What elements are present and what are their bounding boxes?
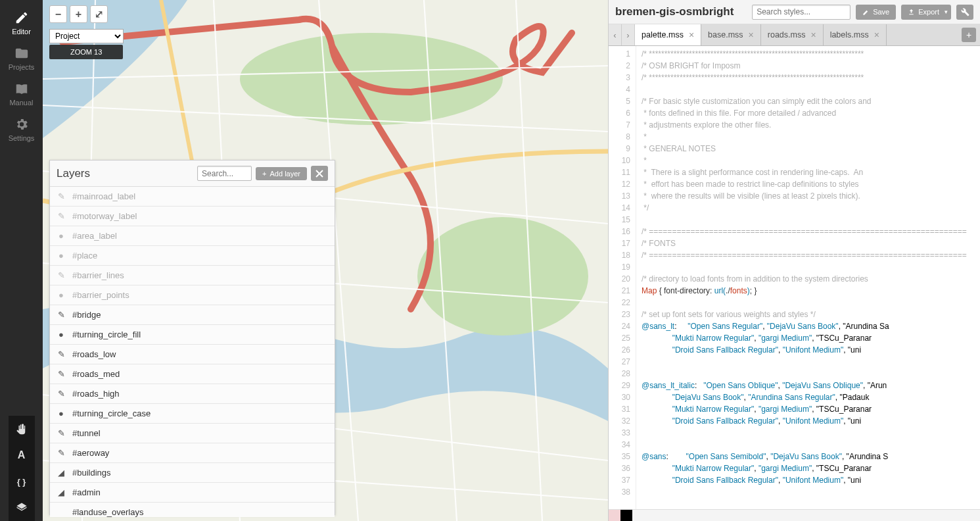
book-icon <box>14 82 29 96</box>
fullscreen-button[interactable]: ⤢ <box>90 5 108 23</box>
tab-roads-mss[interactable]: roads.mss× <box>761 24 824 45</box>
layer-name: #barrier_lines <box>72 270 124 280</box>
sidebar-item-settings[interactable]: Settings <box>0 112 43 147</box>
close-layers-button[interactable] <box>311 166 328 181</box>
close-icon[interactable]: × <box>689 30 694 40</box>
sidebar-label: Editor <box>12 28 31 36</box>
settings-wrench-button[interactable] <box>956 5 973 20</box>
export-button[interactable]: Export <box>901 5 951 20</box>
hand-icon <box>16 423 28 435</box>
project-select[interactable]: Project <box>49 29 124 43</box>
layer-name: #area_label <box>72 231 117 241</box>
tool-layers[interactable] <box>9 495 35 521</box>
layer-row[interactable]: ◢#buildings <box>50 463 335 483</box>
sidebar-label: Settings <box>9 134 35 142</box>
sidebar-item-editor[interactable]: Editor <box>0 5 43 41</box>
layer-name: #aeroway <box>72 448 109 458</box>
layers-list[interactable]: ✎#mainroad_label✎#motorway_label●#area_l… <box>50 187 335 517</box>
layer-row[interactable]: ◢#admin <box>50 483 335 503</box>
layer-name: #mainroad_label <box>72 191 135 201</box>
editor-pane: bremen-gis-osmbright Save Export ‹ › pal… <box>608 0 980 521</box>
add-layer-label: Add layer <box>270 170 300 178</box>
layer-name: #turning_circle_case <box>72 409 151 418</box>
topbar: bremen-gis-osmbright Save Export <box>609 0 980 24</box>
layer-icon: ✎ <box>55 369 67 379</box>
layer-row[interactable]: ●#barrier_points <box>50 285 335 305</box>
layer-row[interactable]: ✎#bridge <box>50 305 335 325</box>
layer-row[interactable]: ✎#roads_med <box>50 364 335 384</box>
layer-row[interactable]: ✎#aeroway <box>50 443 335 463</box>
app-sidebar: Editor Projects Manual Settings A { } <box>0 0 43 521</box>
layer-row[interactable]: ✎#mainroad_label <box>50 187 335 207</box>
color-swatch[interactable] <box>620 510 632 521</box>
zoom-in-button[interactable]: + <box>70 5 87 23</box>
layer-icon: ● <box>55 290 67 300</box>
layer-icon: ◢ <box>55 487 67 497</box>
layer-name: #roads_low <box>72 349 116 359</box>
tab-base-mss[interactable]: base.mss× <box>701 24 761 45</box>
styles-search-input[interactable] <box>752 5 851 20</box>
layer-row[interactable]: ✎#tunnel <box>50 424 335 443</box>
layer-icon: ✎ <box>55 389 67 399</box>
tab-label: labels.mss <box>830 30 869 39</box>
layer-row[interactable]: ✎#motorway_label <box>50 207 335 226</box>
svg-point-2 <box>417 217 588 335</box>
line-gutter: 1234567891011121314151617181920212223242… <box>609 46 636 509</box>
tab-palette-mss[interactable]: palette.mss× <box>635 24 701 45</box>
sidebar-label: Projects <box>9 63 35 71</box>
layer-row[interactable]: ●#area_label <box>50 226 335 246</box>
layer-row[interactable]: ✎#roads_low <box>50 345 335 364</box>
tab-scroll-left[interactable]: ‹ <box>609 24 622 45</box>
layer-row[interactable]: ●#turning_circle_case <box>50 404 335 424</box>
tab-label: roads.mss <box>768 30 806 39</box>
layer-icon: ● <box>55 231 67 241</box>
close-icon[interactable]: × <box>874 30 879 40</box>
add-layer-button[interactable]: + Add layer <box>256 167 307 180</box>
map-canvas[interactable]: − + ⤢ Project ZOOM 13 Layers + Add layer… <box>43 0 608 521</box>
layer-row[interactable]: ✎#roads_high <box>50 384 335 404</box>
add-tab-button[interactable]: + <box>962 28 976 42</box>
layer-name: #landuse_overlays <box>72 507 143 517</box>
layer-name: #turning_circle_fill <box>72 330 141 339</box>
layer-icon: ✎ <box>55 349 67 359</box>
close-icon[interactable]: × <box>810 30 816 40</box>
layer-icon: ✎ <box>55 191 67 201</box>
pencil-icon <box>14 11 29 25</box>
save-button[interactable]: Save <box>856 5 896 20</box>
layer-row[interactable]: ✎#barrier_lines <box>50 266 335 285</box>
layer-icon: ● <box>55 251 67 260</box>
layer-name: #roads_med <box>72 369 120 379</box>
zoom-out-button[interactable]: − <box>49 5 67 23</box>
layer-icon: ✎ <box>55 270 67 280</box>
plus-icon: + <box>262 170 266 178</box>
color-swatch[interactable] <box>609 510 620 521</box>
layer-name: #tunnel <box>72 428 101 438</box>
tool-hand[interactable] <box>9 416 35 442</box>
layers-search-input[interactable] <box>197 166 252 181</box>
layer-icon: ◢ <box>55 468 67 478</box>
save-label: Save <box>873 8 889 16</box>
code-body[interactable]: /* *************************************… <box>636 46 980 509</box>
sidebar-item-manual[interactable]: Manual <box>0 76 43 112</box>
tool-font[interactable]: A <box>9 442 35 468</box>
tool-braces[interactable]: { } <box>9 468 35 495</box>
layer-icon: ✎ <box>55 448 67 458</box>
layer-icon: ● <box>55 409 67 418</box>
layer-icon: ✎ <box>55 211 67 221</box>
tab-bar: ‹ › palette.mss×base.mss×roads.mss×label… <box>609 24 980 46</box>
swatch-bar <box>609 509 980 521</box>
layer-name: #place <box>72 251 97 260</box>
code-editor[interactable]: 1234567891011121314151617181920212223242… <box>609 46 980 509</box>
layer-row[interactable]: #landuse_overlays <box>50 503 335 517</box>
layer-row[interactable]: ●#turning_circle_fill <box>50 325 335 345</box>
tab-scroll-right[interactable]: › <box>622 24 635 45</box>
layers-icon <box>16 502 28 514</box>
layer-name: #admin <box>72 487 101 497</box>
sidebar-item-projects[interactable]: Projects <box>0 41 43 76</box>
close-icon[interactable]: × <box>749 30 754 40</box>
layers-panel: Layers + Add layer ✎#mainroad_label✎#mot… <box>49 160 335 515</box>
layer-name: #buildings <box>72 468 111 478</box>
layer-row[interactable]: ●#place <box>50 246 335 266</box>
tab-label: base.mss <box>708 30 743 39</box>
tab-labels-mss[interactable]: labels.mss× <box>824 24 887 45</box>
